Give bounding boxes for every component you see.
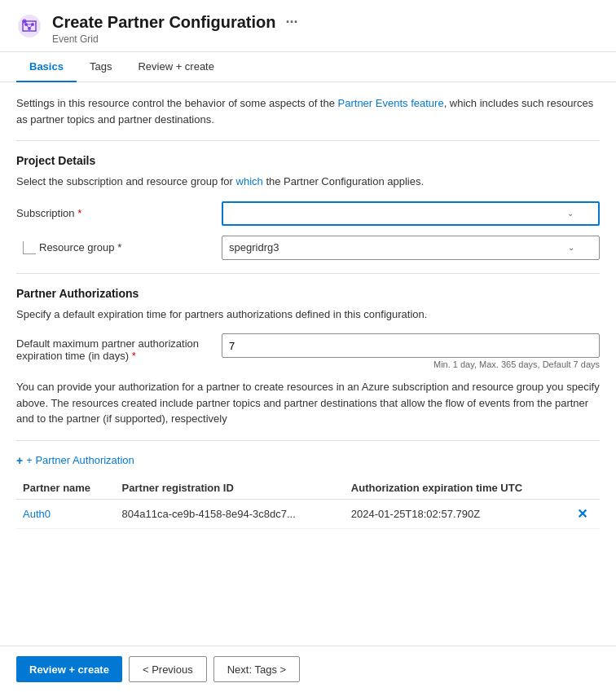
tab-basics[interactable]: Basics — [16, 52, 77, 82]
resource-group-row: Resource group * spegridrg3 ⌄ — [16, 236, 600, 260]
add-authorization-label: + Partner Authorization — [26, 454, 134, 466]
delete-row-icon[interactable]: ✕ — [577, 507, 587, 521]
expiration-time-cell: 2024-01-25T18:02:57.790Z — [345, 499, 571, 528]
partner-auth-description: Specify a default expiration time for pa… — [16, 306, 600, 323]
event-grid-icon — [16, 13, 42, 39]
project-details-title: Project Details — [16, 154, 600, 167]
tab-tags[interactable]: Tags — [77, 52, 125, 82]
divider-2 — [16, 273, 600, 274]
partner-authorizations-section: Partner Authorizations Specify a default… — [16, 287, 600, 529]
rg-connector — [23, 241, 36, 254]
tab-review-create[interactable]: Review + create — [125, 52, 227, 82]
add-partner-authorization-link[interactable]: + + Partner Authorization — [16, 454, 600, 467]
subscription-label: Subscription * — [16, 207, 212, 219]
resource-group-label: Resource group * — [39, 241, 121, 253]
table-row: Auth0 804a11ca-ce9b-4158-8e94-3c8dc7... … — [16, 499, 600, 528]
resource-group-dropdown[interactable]: spegridrg3 ⌄ — [222, 236, 600, 260]
tab-bar: Basics Tags Review + create — [0, 52, 616, 82]
days-input[interactable] — [222, 333, 600, 358]
table-body: Auth0 804a11ca-ce9b-4158-8e94-3c8dc7... … — [16, 499, 600, 528]
subscription-dropdown[interactable]: ⌄ — [222, 201, 600, 226]
resource-group-value: spegridrg3 — [229, 241, 279, 253]
next-tags-button[interactable]: Next: Tags > — [213, 656, 300, 682]
page-title: Create Partner Configuration ··· — [52, 13, 298, 32]
page-subtitle: Event Grid — [52, 33, 298, 45]
partner-auth-table: Partner name Partner registration ID Aut… — [16, 477, 600, 529]
col-partner-name: Partner name — [16, 477, 116, 500]
days-input-wrapper: Min. 1 day, Max. 365 days, Default 7 day… — [222, 333, 600, 369]
add-icon: + — [16, 454, 23, 467]
previous-button[interactable]: < Previous — [129, 656, 207, 682]
long-description: You can provide your authorization for a… — [16, 379, 600, 427]
col-expiration-time: Authorization expiration time UTC — [345, 477, 571, 500]
days-row: Default maximum partner authorization ex… — [16, 333, 600, 369]
days-label: Default maximum partner authorization ex… — [16, 333, 212, 362]
table-header: Partner name Partner registration ID Aut… — [16, 477, 600, 500]
header-ellipsis-menu[interactable]: ··· — [285, 14, 297, 31]
subscription-row: Subscription * ⌄ — [16, 201, 600, 226]
days-hint: Min. 1 day, Max. 365 days, Default 7 day… — [222, 359, 600, 369]
divider-3 — [16, 440, 600, 441]
col-registration-id: Partner registration ID — [116, 477, 345, 500]
basics-description: Settings in this resource control the be… — [16, 95, 600, 127]
review-create-button[interactable]: Review + create — [16, 656, 122, 682]
project-details-description: Select the subscription and resource gro… — [16, 174, 600, 190]
registration-id-cell: 804a11ca-ce9b-4158-8e94-3c8dc7... — [116, 499, 345, 528]
col-actions — [570, 477, 600, 500]
main-content: Settings in this resource control the be… — [0, 82, 616, 578]
svg-point-0 — [18, 15, 41, 37]
partner-name-cell[interactable]: Auth0 — [16, 499, 116, 528]
divider-1 — [16, 140, 600, 141]
subscription-dropdown-arrow: ⌄ — [567, 209, 574, 218]
project-details-section: Project Details Select the subscription … — [16, 154, 600, 260]
header-text-block: Create Partner Configuration ··· Event G… — [52, 13, 298, 45]
resource-group-label-wrapper: Resource group * — [16, 241, 212, 254]
partner-auth-title: Partner Authorizations — [16, 287, 600, 300]
footer-bar: Review + create < Previous Next: Tags > — [0, 646, 616, 692]
delete-cell: ✕ — [570, 499, 600, 528]
resource-group-dropdown-arrow: ⌄ — [568, 243, 574, 252]
page-header: Create Partner Configuration ··· Event G… — [0, 0, 616, 52]
